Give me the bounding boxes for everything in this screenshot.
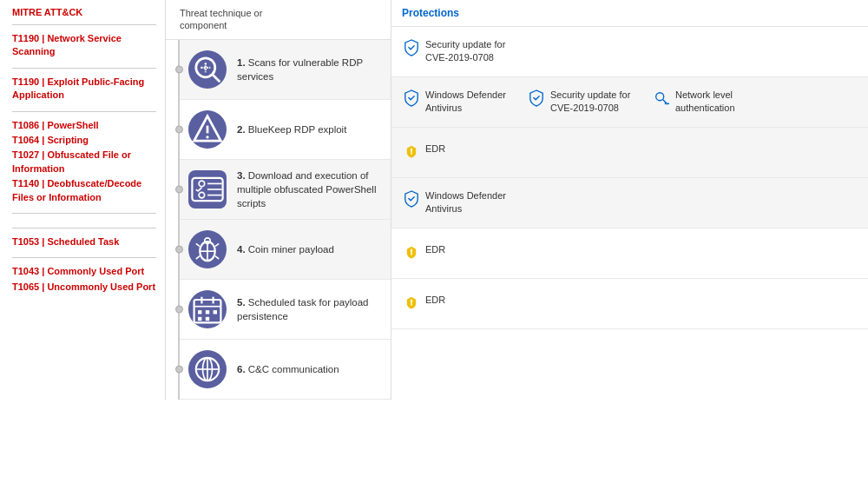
mitre-section-2: T1086 | PowerShellT1064 | ScriptingT1027… [12, 111, 156, 213]
protection-label: EDR [425, 142, 445, 156]
mitre-sections: T1190 | Network Service ScanningT1190 | … [12, 24, 156, 302]
timeline-dot [175, 245, 183, 253]
protection-label: Network level authentication [675, 89, 765, 115]
mitre-link[interactable]: T1140 | Deobfuscate/Decode Files or Info… [12, 177, 156, 204]
timeline-dot [175, 125, 183, 133]
svg-point-9 [199, 192, 205, 198]
timeline-dot [175, 65, 183, 73]
threat-column: Threat technique orcomponent 1. Scans fo… [165, 0, 391, 400]
timeline-dot [175, 305, 183, 313]
mitre-link[interactable]: T1027 | Obfuscated File or Information [12, 149, 156, 175]
protection-label: Windows Defender Antivirus [425, 89, 515, 115]
protection-row-4: EDR [391, 228, 868, 279]
protections-header: Protections [391, 0, 868, 27]
protection-item: EDR [402, 243, 445, 262]
protection-row-3: Windows Defender Antivirus [391, 178, 868, 228]
svg-line-1 [213, 74, 220, 82]
mitre-section-0: T1190 | Network Service Scanning [12, 24, 156, 68]
timeline-dot [175, 365, 183, 373]
threat-row-4: 5. Scheduled task for payload persistenc… [180, 280, 391, 340]
threat-text: 4. Coin miner payload [237, 242, 334, 256]
threat-row-1: 2. BlueKeep RDP exploit [180, 100, 391, 160]
threat-text: 5. Scheduled task for payload persistenc… [237, 295, 382, 323]
protection-item: Windows Defender Antivirus [402, 189, 515, 215]
shield-icon [402, 89, 421, 108]
mitre-link[interactable]: T1064 | Scripting [12, 134, 156, 147]
threat-row-0: 1. Scans for vulnerable RDP services [180, 40, 391, 100]
threat-text: 2. BlueKeep RDP exploit [237, 122, 346, 136]
protection-label: EDR [425, 294, 445, 307]
protections-column: Protections Security update for CVE-2019… [391, 0, 868, 400]
protection-item: Windows Defender Antivirus [402, 89, 515, 115]
svg-point-6 [206, 136, 208, 138]
timeline-dot [175, 185, 183, 193]
threat-row-3: 4. Coin miner payload [180, 220, 391, 280]
svg-rect-30 [198, 317, 201, 321]
protection-rows: Security update for CVE-2019-0708 Window… [391, 27, 868, 329]
svg-point-8 [199, 181, 205, 187]
svg-rect-29 [214, 310, 217, 314]
protection-row-5: EDR [391, 279, 868, 329]
mitre-link[interactable]: T1190 | Exploit Public-Facing Applicatio… [12, 76, 156, 103]
threat-header: Threat technique orcomponent [166, 0, 391, 40]
threat-icon-powershell [187, 169, 228, 210]
edr-icon [402, 294, 421, 313]
shield-icon [402, 38, 421, 57]
threat-icon-bug [187, 228, 228, 270]
edr-icon [402, 243, 421, 262]
threat-text: 6. C&C communication [237, 362, 339, 376]
svg-line-18 [196, 243, 200, 246]
mitre-column: MITRE ATT&CK T1190 | Network Service Sca… [0, 0, 165, 400]
mitre-link[interactable]: T1053 | Scheduled Task [12, 235, 156, 248]
protection-label: Security update for CVE-2019-0708 [550, 89, 640, 115]
protection-item: EDR [402, 294, 445, 313]
mitre-header: MITRE ATT&CK [12, 7, 156, 21]
protection-label: EDR [425, 243, 445, 256]
protection-row-2: EDR [391, 128, 868, 178]
mitre-section-5: T1043 | Commonly Used PortT1065 | Uncomm… [12, 257, 156, 302]
mitre-section-3 [12, 213, 156, 228]
threat-text: 3. Download and execution of multiple ob… [237, 169, 382, 210]
svg-line-20 [196, 256, 200, 259]
threat-row-5: 6. C&C communication [180, 340, 391, 400]
protection-label: Windows Defender Antivirus [425, 189, 515, 215]
svg-line-19 [215, 243, 219, 246]
svg-line-14 [198, 188, 201, 191]
svg-line-21 [215, 256, 219, 259]
threat-icon-scan [187, 49, 228, 90]
threat-icon-calendar [187, 288, 228, 330]
threat-row-2: 3. Download and execution of multiple ob… [180, 160, 391, 220]
edr-icon [402, 142, 421, 162]
threat-icon-network [187, 348, 228, 390]
mitre-link[interactable]: T1065 | Uncommonly Used Port [12, 281, 156, 294]
threat-icon-alert [187, 109, 228, 150]
shield-icon [402, 189, 421, 209]
threat-text: 1. Scans for vulnerable RDP services [237, 56, 382, 83]
protection-item: Network level authentication [652, 89, 765, 115]
mitre-section-4: T1053 | Scheduled Task [12, 228, 156, 257]
threat-rows: 1. Scans for vulnerable RDP services 2. … [178, 40, 391, 400]
svg-rect-31 [206, 317, 209, 321]
protection-label: Security update for CVE-2019-0708 [425, 38, 515, 64]
mitre-section-1: T1190 | Exploit Public-Facing Applicatio… [12, 68, 156, 111]
key-icon [652, 89, 671, 108]
shield-icon [527, 89, 546, 108]
mitre-link[interactable]: T1043 | Commonly Used Port [12, 265, 156, 278]
svg-rect-27 [198, 310, 201, 314]
svg-rect-28 [206, 310, 209, 314]
mitre-link[interactable]: T1190 | Network Service Scanning [12, 32, 156, 59]
protection-row-0: Security update for CVE-2019-0708 [391, 27, 868, 77]
mitre-link[interactable]: T1086 | PowerShell [12, 119, 156, 132]
main-container: MITRE ATT&CK T1190 | Network Service Sca… [0, 0, 868, 400]
protection-item: Security update for CVE-2019-0708 [402, 38, 515, 64]
protection-item: EDR [402, 142, 445, 162]
protection-item: Security update for CVE-2019-0708 [527, 89, 640, 115]
protection-row-1: Windows Defender Antivirus Security upda… [391, 77, 868, 128]
